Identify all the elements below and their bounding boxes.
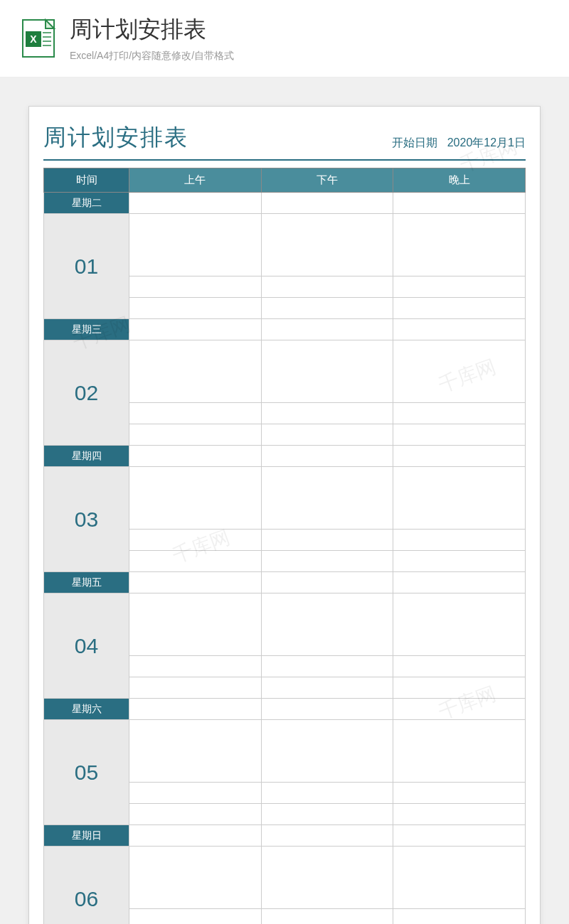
schedule-cell[interactable] — [129, 403, 262, 424]
page-subtitle: Excel/A4打印/内容随意修改/自带格式 — [70, 50, 234, 63]
schedule-cell[interactable] — [261, 783, 393, 804]
schedule-cell[interactable] — [261, 699, 393, 720]
svg-text:X: X — [30, 33, 37, 45]
schedule-cell[interactable] — [393, 424, 526, 446]
table-row: 06 — [44, 847, 526, 909]
schedule-cell[interactable] — [261, 656, 393, 677]
schedule-cell[interactable] — [129, 825, 262, 847]
schedule-cell[interactable] — [261, 572, 393, 593]
schedule-cell[interactable] — [129, 193, 262, 214]
table-row: 星期三 — [44, 319, 526, 340]
preview-canvas: 千库网 千库网 千库网 千库网 千库网 周计划安排表 开始日期 2020年12月… — [0, 77, 569, 924]
schedule-cell[interactable] — [261, 530, 393, 551]
weekday-label: 星期四 — [44, 446, 129, 467]
schedule-cell[interactable] — [393, 656, 526, 677]
schedule-cell[interactable] — [261, 214, 393, 276]
schedule-cell[interactable] — [129, 298, 262, 319]
table-row: 02 — [44, 340, 526, 403]
schedule-cell[interactable] — [261, 593, 393, 656]
schedule-cell[interactable] — [393, 551, 526, 572]
schedule-cell[interactable] — [261, 909, 393, 925]
schedule-cell[interactable] — [393, 677, 526, 699]
schedule-cell[interactable] — [129, 656, 262, 677]
schedule-cell[interactable] — [129, 593, 262, 656]
schedule-cell[interactable] — [129, 319, 262, 340]
weekday-label: 星期日 — [44, 825, 129, 847]
start-date-value: 2020年12月1日 — [447, 136, 526, 151]
table-row: 03 — [44, 467, 526, 530]
schedule-cell[interactable] — [129, 467, 262, 530]
schedule-cell[interactable] — [393, 593, 526, 656]
start-date-label: 开始日期 — [392, 136, 437, 151]
schedule-cell[interactable] — [261, 276, 393, 298]
schedule-cell[interactable] — [261, 424, 393, 446]
schedule-cell[interactable] — [393, 467, 526, 530]
schedule-cell[interactable] — [393, 909, 526, 925]
day-number: 04 — [44, 593, 129, 699]
day-number: 03 — [44, 467, 129, 572]
schedule-cell[interactable] — [261, 720, 393, 783]
day-number: 05 — [44, 720, 129, 825]
col-morning: 上午 — [129, 168, 262, 193]
schedule-cell[interactable] — [261, 804, 393, 825]
schedule-cell[interactable] — [393, 699, 526, 720]
schedule-cell[interactable] — [129, 340, 262, 403]
table-row: 05 — [44, 720, 526, 783]
schedule-cell[interactable] — [261, 825, 393, 847]
table-row: 01 — [44, 214, 526, 276]
schedule-cell[interactable] — [129, 424, 262, 446]
schedule-cell[interactable] — [261, 446, 393, 467]
schedule-cell[interactable] — [393, 340, 526, 403]
table-header-row: 时间 上午 下午 晚上 — [44, 168, 526, 193]
schedule-cell[interactable] — [261, 340, 393, 403]
schedule-cell[interactable] — [393, 530, 526, 551]
excel-file-icon: X — [21, 18, 55, 58]
schedule-cell[interactable] — [129, 804, 262, 825]
table-row: 星期五 — [44, 572, 526, 593]
weekday-label: 星期六 — [44, 699, 129, 720]
schedule-cell[interactable] — [261, 677, 393, 699]
col-evening: 晚上 — [393, 168, 526, 193]
schedule-cell[interactable] — [129, 572, 262, 593]
schedule-cell[interactable] — [129, 551, 262, 572]
schedule-cell[interactable] — [393, 403, 526, 424]
schedule-cell[interactable] — [261, 847, 393, 909]
sheet-title: 周计划安排表 — [43, 122, 188, 154]
day-number: 06 — [44, 847, 129, 925]
schedule-cell[interactable] — [393, 783, 526, 804]
table-row: 星期四 — [44, 446, 526, 467]
schedule-cell[interactable] — [129, 847, 262, 909]
schedule-cell[interactable] — [393, 193, 526, 214]
schedule-cell[interactable] — [393, 446, 526, 467]
schedule-cell[interactable] — [393, 298, 526, 319]
weekday-label: 星期三 — [44, 319, 129, 340]
schedule-cell[interactable] — [393, 825, 526, 847]
schedule-cell[interactable] — [129, 677, 262, 699]
schedule-cell[interactable] — [261, 467, 393, 530]
schedule-cell[interactable] — [129, 783, 262, 804]
schedule-cell[interactable] — [393, 572, 526, 593]
table-row: 04 — [44, 593, 526, 656]
template-sheet: 千库网 千库网 千库网 千库网 千库网 周计划安排表 开始日期 2020年12月… — [28, 106, 541, 924]
schedule-table: 时间 上午 下午 晚上 星期二01星期三02星期四03星期五04星期六05星期日… — [43, 168, 526, 924]
page-header: X 周计划安排表 Excel/A4打印/内容随意修改/自带格式 — [0, 0, 569, 77]
schedule-cell[interactable] — [393, 720, 526, 783]
schedule-cell[interactable] — [261, 403, 393, 424]
schedule-cell[interactable] — [261, 298, 393, 319]
schedule-cell[interactable] — [129, 530, 262, 551]
schedule-cell[interactable] — [129, 699, 262, 720]
schedule-cell[interactable] — [261, 551, 393, 572]
schedule-cell[interactable] — [393, 214, 526, 276]
schedule-cell[interactable] — [393, 804, 526, 825]
schedule-cell[interactable] — [393, 319, 526, 340]
schedule-cell[interactable] — [393, 847, 526, 909]
schedule-cell[interactable] — [261, 193, 393, 214]
schedule-cell[interactable] — [129, 276, 262, 298]
col-afternoon: 下午 — [261, 168, 393, 193]
schedule-cell[interactable] — [129, 909, 262, 925]
schedule-cell[interactable] — [129, 446, 262, 467]
schedule-cell[interactable] — [129, 214, 262, 276]
schedule-cell[interactable] — [129, 720, 262, 783]
schedule-cell[interactable] — [261, 319, 393, 340]
schedule-cell[interactable] — [393, 276, 526, 298]
